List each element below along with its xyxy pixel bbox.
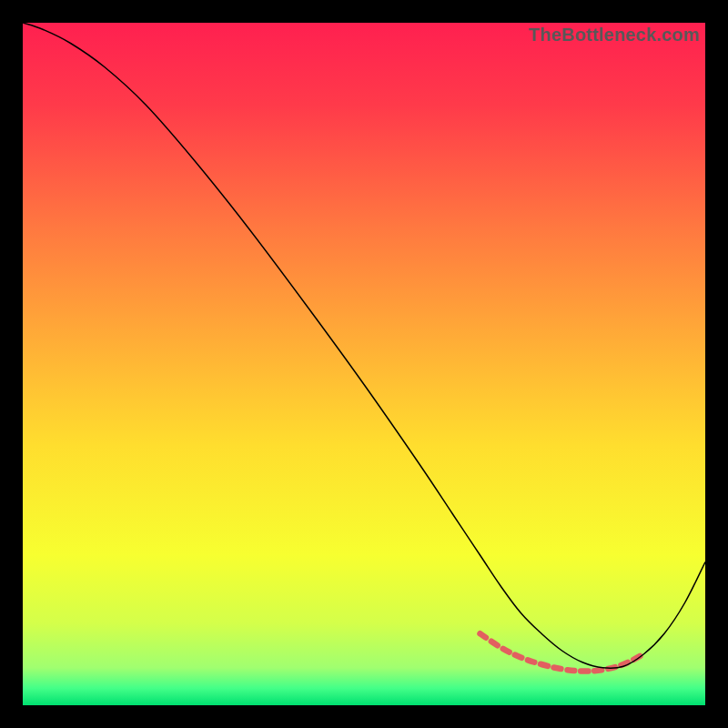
chart-frame: TheBottleneck.com <box>0 0 728 728</box>
watermark-text: TheBottleneck.com <box>529 25 700 46</box>
gradient-background <box>23 23 705 705</box>
chart-canvas <box>23 23 705 705</box>
plot-area: TheBottleneck.com <box>23 23 705 705</box>
